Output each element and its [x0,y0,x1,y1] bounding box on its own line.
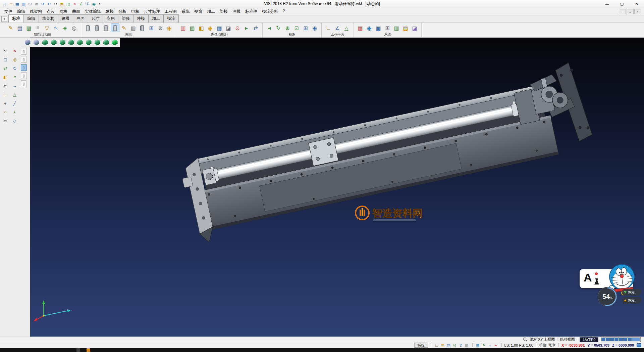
layers-icon[interactable]: ▤ [15,24,24,32]
cut-icon[interactable]: ✂ [53,1,58,7]
redo-icon[interactable]: ↻ [46,1,52,7]
menu-item[interactable]: 塑模 [217,8,230,15]
attribute-edit-icon[interactable]: ✎ [6,24,15,32]
advanced-shading-icon[interactable]: ▥ [179,24,187,32]
tab[interactable]: 编辑 [23,14,39,23]
rotate-tool-icon[interactable]: ↻ [11,64,18,72]
offset-tool-icon[interactable]: ≡ [11,73,18,81]
search-icon[interactable] [523,338,527,342]
menu-item[interactable]: 点云 [44,8,57,15]
delete-icon[interactable]: ✕ [72,1,77,7]
extend-tool-icon[interactable]: → [11,82,18,89]
workplane-view-icon[interactable]: △ [342,24,351,32]
menu-item[interactable]: 网格 [57,8,70,15]
absolute-view-label[interactable]: 绝对视图 [560,337,575,342]
bounding-box-icon[interactable]: ▧ [129,24,138,32]
taskbar-tile[interactable] [76,348,80,352]
select-tool-icon[interactable]: ↖ [2,47,9,54]
color-swatch[interactable] [619,338,623,341]
help-2-icon[interactable]: 2 [458,343,464,348]
compare-icon[interactable]: ⇄ [251,24,260,32]
point-tool-icon[interactable]: ● [2,99,9,107]
iso-view-icon[interactable] [41,38,49,46]
tab[interactable]: 冲模 [133,14,149,23]
pair-cylinders-icon[interactable] [138,24,147,32]
element-filter-icon[interactable]: ▽ [43,24,51,32]
color-filter-icon[interactable]: ▨ [24,24,33,32]
chamfer-tool-icon[interactable]: △ [11,91,18,98]
filter-solids-icon[interactable]: ▯ [21,48,27,55]
viewport-canvas[interactable]: 智造资料网 [30,38,644,337]
polygon-tool-icon[interactable]: ◇ [11,117,18,124]
mdi-restore-button[interactable]: ▢ [627,9,634,14]
zoom-window-icon[interactable]: ⊡ [292,24,301,32]
flag-icon[interactable]: ▸ [493,343,499,348]
views-manager-icon[interactable]: ⊞ [301,24,310,32]
light-icon[interactable]: ◉ [165,24,174,32]
save-icon[interactable]: ▦ [14,1,20,7]
menu-item[interactable]: 标准件 [243,8,260,15]
hidden-line-icon[interactable] [102,24,110,32]
menu-item[interactable]: 尺寸标注 [142,8,162,15]
rectangle-tool-icon[interactable]: ▭ [2,117,9,124]
menu-item[interactable]: 文件 [2,8,15,15]
animation-icon[interactable]: ▸ [242,24,251,32]
menu-item[interactable]: 加工 [205,8,217,15]
shaded-mode-icon[interactable] [23,38,32,46]
move-tool-icon[interactable]: ⇄ [2,64,9,72]
trim-tool-icon[interactable]: ✂ [2,82,9,89]
color-swatch[interactable] [601,338,605,341]
color-swatch[interactable] [623,338,627,341]
minimize-button[interactable]: — [600,0,614,8]
tab[interactable]: 加工 [148,14,164,23]
world-icon[interactable]: ◉ [365,24,374,32]
doc-status-icon[interactable]: ▥ [464,343,470,348]
open-folder-icon[interactable]: ▱ [8,1,14,7]
visibility-filter-icon[interactable]: ◎ [70,24,78,32]
undo-icon[interactable]: ↺ [40,1,46,7]
shadow-icon[interactable]: ◪ [224,24,233,32]
analysis-icon[interactable]: ◪ [410,24,419,32]
iso-back-view-icon[interactable] [102,38,110,46]
right-view-icon[interactable] [67,38,75,46]
lighting-icon[interactable]: ◉ [206,24,215,32]
tab[interactable]: 尺寸 [88,14,103,23]
color-swatch[interactable] [606,338,610,341]
left-view-icon[interactable] [76,38,84,46]
zoom-all-icon[interactable]: ⊕ [283,24,292,32]
material-icon[interactable]: ◧ [197,24,206,32]
download-widget[interactable]: A 54 % 0K/s 0K/s [579,263,644,310]
background-icon[interactable]: ▦ [215,24,224,32]
filter-points-icon[interactable]: ▯ [21,72,27,79]
tab[interactable]: 曲面 [73,14,88,23]
gear-icon[interactable]: ⊛ [156,24,165,32]
circle-tool-icon[interactable]: ○ [2,108,9,116]
zoom-window-tool-icon[interactable]: ◻ [2,56,9,63]
back-view-icon[interactable] [85,38,93,46]
workplane-xy-icon[interactable]: ∟ [324,24,333,32]
measure-icon[interactable]: ∠ [78,1,84,7]
maximize-button[interactable]: ▢ [614,0,629,8]
filter-all-icon[interactable]: ▯ [21,80,27,87]
print-icon[interactable]: ⊟ [27,1,33,7]
menu-item[interactable]: 视窗 [192,8,205,15]
render-edit-icon[interactable]: ✎ [120,24,128,32]
menu-item[interactable]: 曲面 [70,8,83,15]
snapshot-icon[interactable]: ⊙ [233,24,242,32]
menu-item[interactable]: 编辑 [15,8,28,15]
menu-item[interactable]: ? [280,8,287,15]
grid-toggle-icon[interactable]: ⊞ [440,343,445,348]
arc-tool-icon[interactable]: ◗ [11,108,18,116]
color-swatch[interactable] [628,338,632,341]
active-layer-badge[interactable]: LAYER0 [580,337,598,342]
menu-item[interactable]: 建模 [103,8,116,15]
menu-item[interactable]: 工程图 [162,8,179,15]
color-swatch[interactable] [610,338,614,341]
previous-view-icon[interactable]: ◂ [265,24,274,32]
link-status-icon[interactable]: ∞ [487,343,493,348]
database-icon[interactable]: ▥ [392,24,401,32]
delete-tool-icon[interactable]: ✕ [11,47,18,54]
paste-icon[interactable]: ◫ [65,1,71,7]
view-lock-label[interactable]: 绝对 XY 上视图 [530,337,555,342]
color-swatch[interactable] [632,338,640,341]
